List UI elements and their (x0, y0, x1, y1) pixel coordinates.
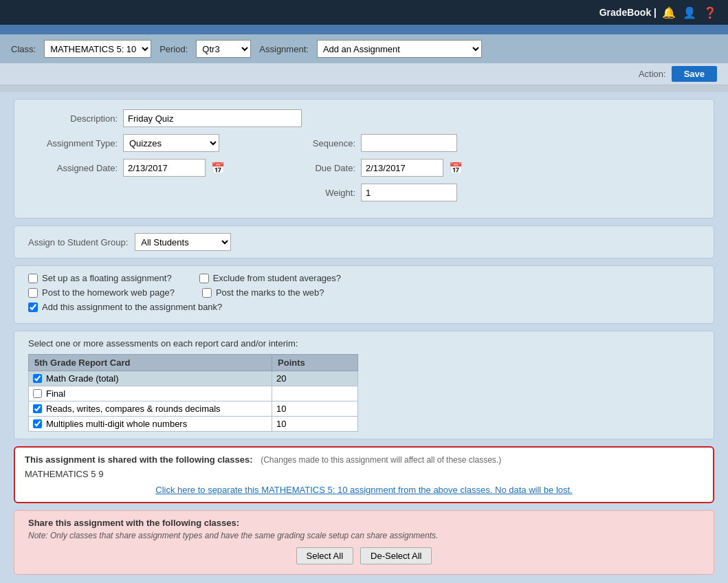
assessment-label-2: Reads, writes, compares & rounds decimal… (46, 404, 221, 414)
due-date-label: Due Date: (266, 163, 355, 173)
save-button-top[interactable]: Save (672, 66, 717, 82)
checkbox-bank-label: Add this assignment to the assignment ba… (42, 302, 222, 312)
help-icon[interactable]: ❓ (703, 6, 717, 19)
checkbox-bank-input[interactable] (28, 302, 38, 312)
assignment-type-label: Assignment Type: (28, 138, 118, 148)
checkbox-post-marks-input[interactable] (202, 288, 212, 298)
due-date-input[interactable] (361, 159, 443, 177)
period-select[interactable]: Qtr3 (196, 40, 251, 58)
share-section: Share this assignment with the following… (14, 510, 714, 575)
app-brand: GradeBook | (599, 7, 657, 18)
assignment-type-select[interactable]: Quizzes (123, 134, 219, 152)
checkbox-floating-input[interactable] (28, 274, 38, 283)
assigned-date-input[interactable] (123, 159, 206, 177)
table-row: Math Grade (total) (29, 371, 358, 386)
checkbox-post-marks: Post the marks to the web? (202, 287, 324, 298)
sub-bar (0, 25, 728, 34)
shared-box-title: This assignment is shared with the follo… (25, 454, 253, 465)
assessment-points-0[interactable] (276, 373, 353, 384)
class-select[interactable]: MATHEMATICS 5: 10 (44, 40, 151, 58)
weight-label: Weight: (266, 188, 355, 198)
assessment-checkbox-1[interactable] (33, 389, 42, 398)
assigned-date-label: Assigned Date: (28, 163, 118, 173)
assessment-checkbox-2[interactable] (33, 404, 42, 413)
assessment-label-0: Math Grade (total) (46, 373, 119, 384)
deselect-all-button[interactable]: De-Select All (360, 547, 432, 564)
checkbox-post-marks-label: Post the marks to the web? (216, 287, 324, 298)
assessments-table: 5th Grade Report Card Points Math Grade … (28, 354, 358, 432)
assessment-label-3: Multiplies multi-digit whole numbers (46, 419, 187, 429)
checkbox-exclude-input[interactable] (199, 274, 209, 283)
user-icon[interactable]: 👤 (683, 6, 696, 19)
shared-assignment-box: This assignment is shared with the follo… (14, 446, 714, 503)
assessment-points-2[interactable] (276, 404, 353, 414)
share-buttons: Select All De-Select All (28, 547, 700, 564)
due-date-calendar-icon[interactable]: 📅 (449, 162, 463, 175)
class-label: Class: (11, 44, 36, 54)
col-header-name: 5th Grade Report Card (29, 355, 272, 371)
assign-group-select[interactable]: All Students (135, 233, 231, 251)
top-navigation: GradeBook | 🔔 👤 ❓ (0, 0, 728, 25)
sequence-label: Sequence: (266, 138, 355, 148)
assessment-checkbox-3[interactable] (33, 419, 42, 428)
shared-box-subtitle: (Changes made to this assignment will af… (261, 455, 501, 465)
action-label: Action: (639, 69, 666, 79)
col-header-points: Points (272, 355, 358, 371)
checkbox-row-3: Add this assignment to the assignment ba… (28, 302, 700, 312)
main-content: Description: Assignment Type: Quizzes As… (0, 92, 728, 583)
assign-group-label: Assign to Student Group: (28, 237, 128, 248)
checkbox-homework-input[interactable] (28, 288, 38, 298)
checkbox-exclude: Exclude from student averages? (199, 273, 341, 283)
assessment-points-3[interactable] (276, 419, 353, 429)
table-row: Reads, writes, compares & rounds decimal… (29, 402, 358, 417)
shared-box-link[interactable]: Click here to separate this MATHEMATICS … (25, 485, 703, 495)
assigned-date-calendar-icon[interactable]: 📅 (211, 162, 225, 175)
period-label: Period: (159, 44, 188, 54)
sequence-row: Sequence: (266, 134, 463, 152)
assessments-section: Select one or more assessments on each r… (14, 331, 714, 439)
assign-group-section: Assign to Student Group: All Students (14, 226, 714, 258)
description-label: Description: (28, 113, 118, 124)
form-section: Description: Assignment Type: Quizzes As… (14, 99, 714, 219)
action-row: Action: Save (0, 63, 728, 85)
shared-box-header: This assignment is shared with the follo… (25, 454, 703, 465)
weight-input[interactable] (361, 184, 457, 201)
toolbar: Class: MATHEMATICS 5: 10 Period: Qtr3 As… (0, 34, 728, 63)
nav-icons: 🔔 👤 ❓ (662, 6, 717, 19)
table-row: Multiplies multi-digit whole numbers (29, 417, 358, 432)
checkbox-bank: Add this assignment to the assignment ba… (28, 302, 222, 312)
checkbox-floating-label: Set up as a floating assignment? (42, 273, 172, 283)
assessment-points-1[interactable] (276, 388, 353, 399)
share-section-note: Note: Only classes that share assignment… (28, 531, 700, 540)
due-date-row: Due Date: 📅 (266, 159, 463, 177)
assessments-title: Select one or more assessments on each r… (28, 338, 700, 349)
assignment-select[interactable]: Add an Assignment (317, 40, 482, 58)
select-all-button[interactable]: Select All (296, 547, 353, 564)
checkbox-row-2: Post to the homework web page? Post the … (28, 287, 700, 298)
assignment-label: Assignment: (259, 44, 309, 54)
checkbox-floating: Set up as a floating assignment? (28, 273, 172, 283)
shared-class-name: MATHEMATICS 5 9 (25, 469, 703, 479)
spacer-bar (0, 85, 728, 92)
checkbox-homework: Post to the homework web page? (28, 287, 175, 298)
sequence-input[interactable] (361, 134, 457, 152)
assigned-date-row: Assigned Date: 📅 (28, 159, 225, 177)
checkbox-row-1: Set up as a floating assignment? Exclude… (28, 273, 700, 283)
share-section-title: Share this assignment with the following… (28, 518, 700, 528)
weight-row: Weight: (266, 184, 463, 201)
checkbox-exclude-label: Exclude from student averages? (213, 273, 341, 283)
assignment-type-row: Assignment Type: Quizzes (28, 134, 225, 152)
description-row: Description: (28, 109, 700, 127)
assessment-checkbox-0[interactable] (33, 374, 42, 383)
checkbox-homework-label: Post to the homework web page? (42, 287, 175, 298)
assessment-label-1: Final (46, 388, 65, 399)
checkboxes-section: Set up as a floating assignment? Exclude… (14, 265, 714, 324)
description-input[interactable] (123, 109, 302, 127)
notification-icon[interactable]: 🔔 (662, 6, 676, 19)
table-row: Final (29, 386, 358, 402)
